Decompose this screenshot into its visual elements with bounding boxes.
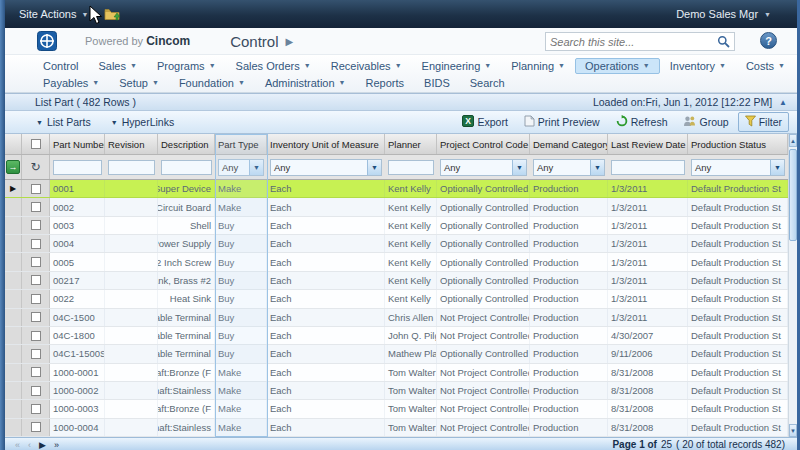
next-page-button[interactable]: ▶	[39, 440, 46, 450]
row-checkbox[interactable]	[31, 275, 41, 285]
group-button[interactable]: Group	[676, 112, 735, 132]
row-checkbox[interactable]	[31, 367, 41, 377]
menu-item-reports[interactable]: Reports	[356, 75, 415, 91]
row-checkbox[interactable]	[31, 349, 41, 359]
chevron-down-icon[interactable]: ▼	[249, 160, 263, 175]
column-header-planner[interactable]: Planner	[385, 134, 437, 154]
select-all-checkbox[interactable]	[31, 139, 41, 149]
breadcrumb[interactable]: Control ▶	[230, 33, 293, 50]
filter-dropdown-inventory_uom[interactable]: Any▼	[270, 159, 382, 176]
table-row[interactable]: 00051/2 Inch ScrewBuyEachKent KellyOptio…	[5, 253, 797, 271]
table-row[interactable]: 1000-0001Shaft:Bronze (FMakeEachTom Walt…	[5, 364, 797, 382]
chevron-down-icon[interactable]: ▼	[770, 160, 784, 175]
menu-item-inventory[interactable]: Inventory▼	[660, 58, 736, 74]
chevron-down-icon[interactable]: ▼	[512, 160, 526, 175]
scroll-down-icon[interactable]: ▼	[789, 424, 797, 437]
table-row[interactable]: 04C1-1500SPCable TerminalBuyEachMathew P…	[5, 345, 797, 363]
filter-dropdown-part_type[interactable]: Any▼	[218, 159, 264, 176]
filter-input-description[interactable]	[161, 160, 212, 175]
column-header-inventory-unit-of-measure[interactable]: Inventory Unit of Measure	[267, 134, 385, 154]
filter-dropdown-demand_category[interactable]: Any▼	[533, 159, 605, 176]
menu-item-receivables[interactable]: Receivables▼	[321, 58, 412, 74]
row-checkbox[interactable]	[31, 294, 41, 304]
table-row[interactable]: ▶0001Super DeviceMakeEachKent KellyOptio…	[5, 180, 797, 198]
table-row[interactable]: 00217Blank, Brass #2BuyEachKent KellyOpt…	[5, 272, 797, 290]
table-row[interactable]: 0004Power SupplyBuyEachKent KellyOptiona…	[5, 235, 797, 253]
row-checkbox[interactable]	[31, 220, 41, 230]
table-row[interactable]: 04C-1800Cable TerminalBuyEachJohn Q. Pil…	[5, 327, 797, 345]
column-header-description[interactable]: Description	[158, 134, 215, 154]
row-checkbox[interactable]	[31, 202, 41, 212]
row-checkbox[interactable]	[31, 331, 41, 341]
filter-input-part_number[interactable]	[53, 160, 102, 175]
menu-item-setup[interactable]: Setup▼	[109, 75, 169, 91]
last-page-button[interactable]: »	[54, 440, 59, 450]
user-menu[interactable]: Demo Sales Mgr ▼	[676, 8, 797, 20]
table-row[interactable]: 04C-1500Cable TerminalBuyEachChris Allen…	[5, 309, 797, 327]
menu-item-control[interactable]: Control	[33, 58, 88, 74]
site-actions-menu[interactable]: Site Actions ▼	[5, 0, 98, 28]
table-row[interactable]: 1000-0004Shaft:StainlessMakeEachTom Walt…	[5, 419, 797, 437]
export-button[interactable]: XExport	[455, 112, 514, 132]
vertical-scrollbar[interactable]: ▲ ▼	[788, 134, 797, 437]
scroll-up-icon[interactable]: ▲	[789, 134, 797, 147]
table-row[interactable]: 0022Heat SinkBuyEachKent KellyOptionally…	[5, 290, 797, 308]
toolbar-tab-hyperlinks[interactable]: ▼HyperLinks	[102, 114, 183, 130]
column-header-demand-category[interactable]: Demand Category	[530, 134, 608, 154]
row-checkbox[interactable]	[31, 239, 41, 249]
menu-item-programs[interactable]: Programs▼	[147, 58, 226, 74]
menu-item-foundation[interactable]: Foundation▼	[169, 75, 255, 91]
table-row[interactable]: 0002Circuit BoardMakeEachKent KellyOptio…	[5, 198, 797, 216]
table-row[interactable]: 0003ShellBuyEachKent KellyOptionally Con…	[5, 217, 797, 235]
row-checkbox[interactable]	[31, 312, 41, 322]
menu-item-operations[interactable]: Operations▼	[575, 58, 660, 74]
row-checkbox[interactable]	[31, 257, 41, 267]
column-header-part-type[interactable]: Part Type	[215, 134, 267, 154]
filter-input-revision[interactable]	[108, 160, 155, 175]
menu-item-administration[interactable]: Administration▼	[255, 75, 356, 91]
pager-buttons: «‹▶»	[15, 439, 67, 450]
row-checkbox[interactable]	[31, 386, 41, 396]
reload-filter-icon[interactable]: ↻	[30, 161, 40, 173]
table-row[interactable]: 1000-0003Shaft:Bronze (FMakeEachTom Walt…	[5, 400, 797, 418]
cell-last_review_date: 1/3/2011	[608, 253, 688, 270]
menu-item-engineering[interactable]: Engineering▼	[412, 58, 502, 74]
column-header-part-number[interactable]: Part Number	[50, 134, 105, 154]
column-header-last-review-date[interactable]: Last Review Date	[608, 134, 688, 154]
row-checkbox[interactable]	[31, 404, 41, 414]
search-input[interactable]	[546, 36, 712, 48]
filter-input-planner[interactable]	[388, 160, 434, 175]
menu-item-sales-orders[interactable]: Sales Orders▼	[226, 58, 321, 74]
column-header-project-control-code[interactable]: Project Control Code	[437, 134, 530, 154]
menu-item-sales[interactable]: Sales▼	[88, 58, 146, 74]
cell-production_status: Default Production St	[688, 272, 788, 289]
row-indicator-cell	[5, 272, 22, 289]
filter-dropdown-project_control_code[interactable]: Any▼	[440, 159, 527, 176]
refresh-button[interactable]: Refresh	[609, 112, 675, 132]
filter-button[interactable]: Filter	[738, 112, 789, 132]
navigate-up-folder-icon[interactable]	[104, 8, 121, 21]
cell-inventory_uom: Each	[267, 419, 385, 436]
table-row[interactable]: 1000-0002Shaft:StainlessMakeEachTom Walt…	[5, 382, 797, 400]
menu-item-search[interactable]: Search	[460, 75, 515, 91]
row-checkbox[interactable]	[31, 422, 41, 432]
menu-item-payables[interactable]: Payables▼	[33, 75, 109, 91]
chevron-down-icon[interactable]: ▼	[367, 160, 381, 175]
menu-item-bids[interactable]: BIDS	[414, 75, 460, 91]
scrollbar-thumb[interactable]	[789, 149, 797, 241]
toolbar-tab-list-parts[interactable]: ▼List Parts	[27, 114, 100, 130]
collapse-panel-icon[interactable]: ▲	[779, 98, 787, 107]
print-preview-button[interactable]: Print Preview	[517, 112, 607, 132]
menu-item-costs[interactable]: Costs▼	[736, 58, 795, 74]
menu-item-planning[interactable]: Planning▼	[501, 58, 575, 74]
chevron-down-icon[interactable]: ▼	[590, 160, 604, 175]
cell-project_control_code: Optionally Controlled	[437, 272, 530, 289]
column-header-revision[interactable]: Revision	[105, 134, 158, 154]
row-checkbox[interactable]	[31, 184, 41, 194]
apply-filter-button[interactable]: →	[6, 160, 20, 174]
column-header-production-status[interactable]: Production Status	[688, 134, 788, 154]
filter-input-last_review_date[interactable]	[611, 160, 685, 175]
help-icon[interactable]: ?	[760, 32, 777, 49]
search-icon[interactable]	[712, 35, 734, 48]
filter-dropdown-production_status[interactable]: Any▼	[691, 159, 785, 176]
